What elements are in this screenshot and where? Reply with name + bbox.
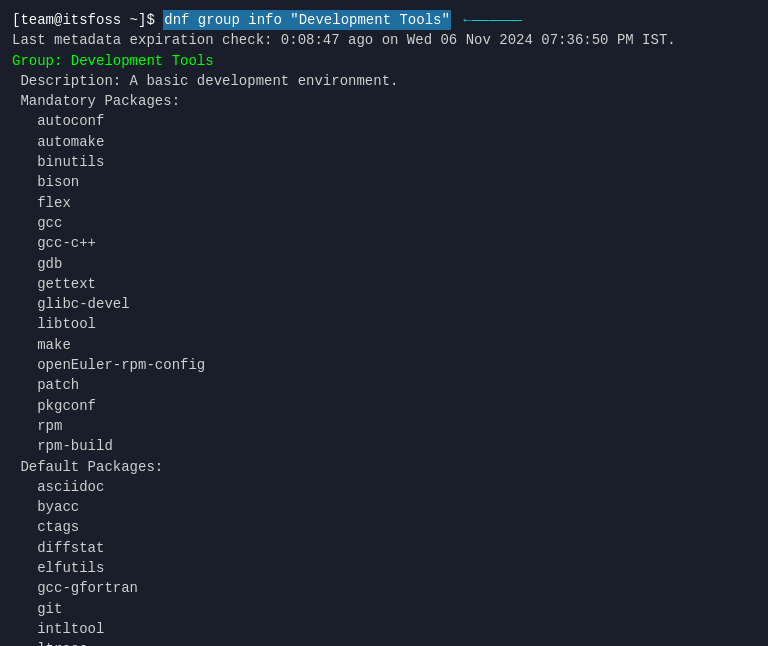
pkg-openeuler: openEuler-rpm-config bbox=[12, 355, 756, 375]
pkg-rpm: rpm bbox=[12, 416, 756, 436]
arrow-annotation: ←—————— bbox=[455, 10, 522, 30]
pkg-ctags: ctags bbox=[12, 517, 756, 537]
pkg-ltrace: ltrace bbox=[12, 639, 756, 646]
pkg-rpm-build: rpm-build bbox=[12, 436, 756, 456]
meta-line: Last metadata expiration check: 0:08:47 … bbox=[12, 30, 756, 50]
mandatory-header-text: Mandatory Packages: bbox=[12, 91, 180, 111]
pkg-gcc: gcc bbox=[12, 213, 756, 233]
description-line: Description: A basic development environ… bbox=[12, 71, 756, 91]
pkg-libtool: libtool bbox=[12, 314, 756, 334]
meta-text: Last metadata expiration check: 0:08:47 … bbox=[12, 30, 676, 50]
pkg-intltool: intltool bbox=[12, 619, 756, 639]
pkg-gdb: gdb bbox=[12, 254, 756, 274]
prompt: [team@itsfoss ~]$ bbox=[12, 10, 155, 30]
default-header: Default Packages: bbox=[12, 457, 756, 477]
default-header-text: Default Packages: bbox=[12, 457, 163, 477]
pkg-git: git bbox=[12, 599, 756, 619]
pkg-pkgconf: pkgconf bbox=[12, 396, 756, 416]
group-title-text: Group: Development Tools bbox=[12, 51, 214, 71]
terminal-window: [team@itsfoss ~]$ dnf group info "Develo… bbox=[0, 0, 768, 646]
command-line: [team@itsfoss ~]$ dnf group info "Develo… bbox=[12, 10, 756, 30]
pkg-gettext: gettext bbox=[12, 274, 756, 294]
pkg-automake: automake bbox=[12, 132, 756, 152]
pkg-autoconf: autoconf bbox=[12, 111, 756, 131]
description-text: Description: A basic development environ… bbox=[12, 71, 398, 91]
command-text: dnf group info "Development Tools" bbox=[163, 10, 451, 30]
pkg-bison: bison bbox=[12, 172, 756, 192]
pkg-patch: patch bbox=[12, 375, 756, 395]
pkg-diffstat: diffstat bbox=[12, 538, 756, 558]
pkg-elfutils: elfutils bbox=[12, 558, 756, 578]
pkg-flex: flex bbox=[12, 193, 756, 213]
pkg-byacc: byacc bbox=[12, 497, 756, 517]
pkg-binutils: binutils bbox=[12, 152, 756, 172]
command-space bbox=[155, 10, 163, 30]
group-title-line: Group: Development Tools bbox=[12, 51, 756, 71]
pkg-asciidoc: asciidoc bbox=[12, 477, 756, 497]
pkg-glibc-devel: glibc-devel bbox=[12, 294, 756, 314]
mandatory-header: Mandatory Packages: bbox=[12, 91, 756, 111]
pkg-make: make bbox=[12, 335, 756, 355]
pkg-gcc-cpp: gcc-c++ bbox=[12, 233, 756, 253]
pkg-gcc-gfortran: gcc-gfortran bbox=[12, 578, 756, 598]
